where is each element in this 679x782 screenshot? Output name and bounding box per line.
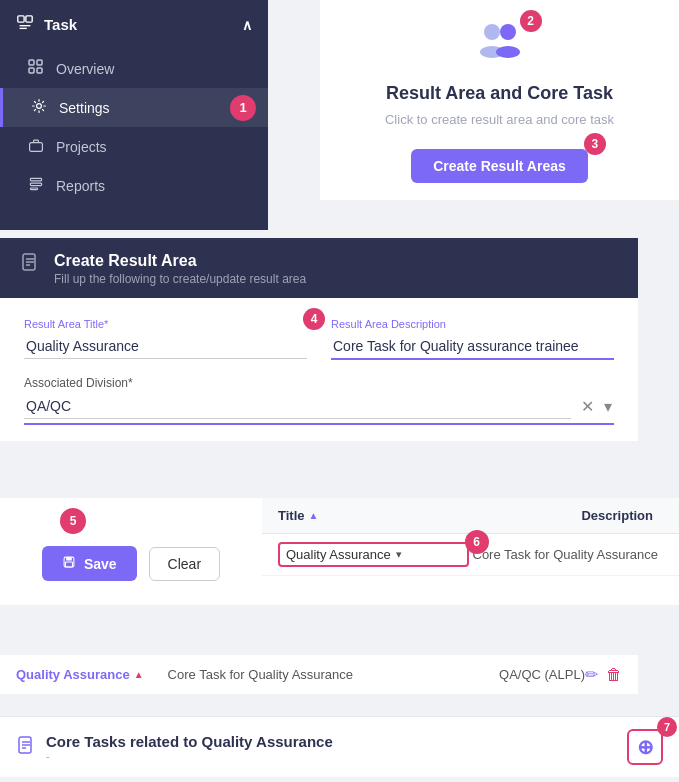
bottom-bar-desc: Core Task for Quality Assurance: [168, 667, 487, 682]
core-tasks-footer: Core Tasks related to Quality Assurance …: [0, 716, 679, 777]
card-icon-container: 2: [474, 18, 526, 69]
svg-rect-4: [29, 60, 34, 65]
grid-icon: [28, 59, 44, 78]
save-panel: 5 Save Clear: [0, 498, 262, 605]
bottom-section: 5 Save Clear Title ▲ Description: [0, 498, 679, 605]
card-title: Result Area and Core Task: [386, 83, 613, 104]
core-tasks-badge-7: 7: [657, 717, 677, 737]
table-badge-6: 6: [465, 530, 489, 554]
svg-rect-11: [30, 183, 41, 185]
create-result-header: Create Result Area Fill up the following…: [0, 238, 638, 300]
add-core-task-button[interactable]: ⊕: [627, 729, 663, 765]
sidebar-task-header: Task ∧: [0, 0, 268, 49]
dropdown-arrow-icon: ▾: [396, 548, 402, 561]
form-badge-4: 4: [303, 308, 325, 330]
svg-rect-0: [18, 16, 24, 22]
table-header: Title ▲ Description: [262, 498, 679, 534]
result-area-desc-label: Result Area Description: [331, 318, 614, 330]
create-btn-badge: 3: [584, 133, 606, 155]
plus-icon: ⊕: [637, 735, 654, 759]
title-dropdown[interactable]: Quality Assurance: [286, 547, 392, 562]
core-tasks-subtitle: -: [46, 750, 627, 762]
save-icon: [62, 555, 76, 572]
result-area-title-group: Result Area Title* 4: [24, 318, 307, 359]
clear-button[interactable]: Clear: [149, 547, 220, 581]
associated-division-label: Associated Division*: [24, 376, 614, 390]
sidebar: Task ∧ Overview Settings 1: [0, 0, 268, 230]
result-area-card: 2 Result Area and Core Task Click to cre…: [320, 0, 679, 200]
up-triangle-icon: ▲: [134, 669, 144, 680]
svg-point-14: [500, 24, 516, 40]
delete-icon[interactable]: 🗑: [606, 666, 622, 684]
document-icon: [20, 252, 40, 276]
title-select-wrapper: Quality Assurance ▾: [278, 542, 469, 567]
core-tasks-title: Core Tasks related to Quality Assurance: [46, 733, 627, 750]
sidebar-projects-label: Projects: [56, 139, 107, 155]
table-row: Quality Assurance ▾ 6 Core Task for Qual…: [262, 534, 679, 576]
svg-point-13: [484, 24, 500, 40]
chevron-up-icon: ∧: [242, 17, 252, 33]
sidebar-item-projects[interactable]: Projects: [0, 127, 268, 166]
svg-rect-9: [30, 143, 43, 152]
clear-division-button[interactable]: ✕: [579, 395, 596, 418]
svg-point-16: [496, 46, 520, 58]
actions-badge-5: 5: [60, 508, 86, 534]
card-badge-2: 2: [520, 10, 542, 32]
settings-badge: 1: [230, 95, 256, 121]
svg-rect-5: [37, 60, 42, 65]
save-button[interactable]: Save: [42, 546, 137, 581]
svg-rect-1: [26, 16, 32, 22]
form-header-subtitle: Fill up the following to create/update r…: [54, 272, 306, 286]
bottom-bar: Quality Assurance ▲ Core Task for Qualit…: [0, 654, 638, 694]
briefcase-icon: [28, 137, 44, 156]
result-area-title-label: Result Area Title*: [24, 318, 307, 330]
svg-rect-7: [37, 68, 42, 73]
bottom-bar-division: QA/QC (ALPL): [499, 667, 585, 682]
table-row-desc: Core Task for Quality Assurance: [469, 547, 664, 562]
edit-icon[interactable]: ✏: [585, 665, 598, 684]
task-icon: [16, 14, 34, 35]
dropdown-division-button[interactable]: ▾: [602, 395, 614, 418]
svg-rect-6: [29, 68, 34, 73]
col-desc-label: Description: [466, 508, 664, 523]
svg-rect-22: [66, 557, 72, 561]
card-subtitle: Click to create result area and core tas…: [385, 112, 614, 127]
svg-rect-23: [65, 562, 72, 567]
svg-rect-10: [30, 178, 41, 180]
sidebar-reports-label: Reports: [56, 178, 105, 194]
result-area-desc-group: Result Area Description: [331, 318, 614, 360]
bottom-bar-title: Quality Assurance: [16, 667, 130, 682]
sidebar-settings-label: Settings: [59, 100, 110, 116]
result-area-title-input[interactable]: [24, 334, 307, 359]
sidebar-task-label: Task: [44, 16, 77, 33]
people-icon: [474, 26, 526, 68]
svg-point-8: [37, 104, 42, 109]
sidebar-item-settings[interactable]: Settings 1: [0, 88, 268, 127]
associated-division-input[interactable]: [24, 394, 571, 419]
result-area-desc-input[interactable]: [331, 334, 614, 360]
sidebar-item-reports[interactable]: Reports: [0, 166, 268, 205]
sort-arrow-icon: ▲: [309, 510, 319, 521]
sidebar-overview-label: Overview: [56, 61, 114, 77]
col-title-label: Title: [278, 508, 305, 523]
gear-icon: [31, 98, 47, 117]
list-icon: [28, 176, 44, 195]
core-tasks-document-icon: [16, 735, 36, 760]
table-panel: Title ▲ Description Quality Assurance ▾ …: [262, 498, 679, 605]
svg-rect-12: [30, 188, 37, 190]
form-header-title: Create Result Area: [54, 252, 306, 270]
create-result-areas-button[interactable]: Create Result Areas: [411, 149, 588, 183]
create-result-form: Result Area Title* 4 Result Area Descrip…: [0, 298, 638, 441]
sidebar-item-overview[interactable]: Overview: [0, 49, 268, 88]
associated-division-group: Associated Division* ✕ ▾: [24, 376, 614, 425]
